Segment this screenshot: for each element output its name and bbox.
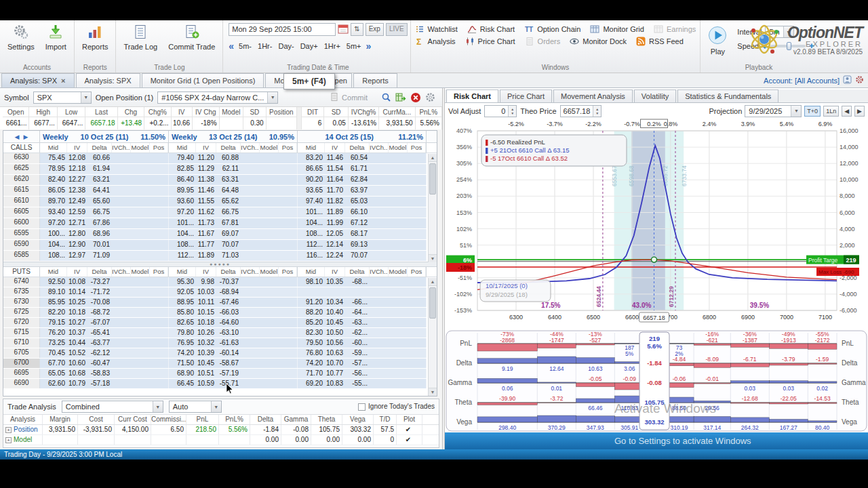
analysis-mode-select[interactable]: Combined▼ (62, 401, 163, 413)
windows-option-chain-button[interactable]: TTOption Chain (524, 24, 580, 34)
svg-text:105.75: 105.75 (644, 399, 665, 406)
risk-tab-statistics-fundamentals[interactable]: Statistics & Fundamentals (677, 89, 778, 102)
windows-earnings-button: Earnings (654, 24, 696, 34)
chain-row-puts-6735[interactable]: 673589.1010.14-71.7292.0510.03-68.94 (3, 287, 437, 298)
theo-price-spinner[interactable]: 6657.18▲▼ (560, 105, 602, 117)
chain-row-puts-6720[interactable]: 672079.1510.27-67.0782.6510.18-64.6085.2… (3, 318, 437, 328)
export-icon[interactable] (395, 92, 406, 102)
chain-nav[interactable]: ◀▶ (3, 131, 40, 142)
chain-row-puts-6695[interactable]: 669565.0510.68-58.8368.9010.51-57.1971.7… (3, 369, 437, 379)
windows-monitor-dock-button[interactable]: Monitor Dock (570, 37, 627, 46)
chain-row-puts-6740[interactable]: 674092.5010.08-73.2795.309.98-70.3798.10… (3, 277, 437, 287)
calendar-icon[interactable] (338, 24, 349, 35)
chain-row-puts-6715[interactable]: 671576.2010.37-65.4179.8010.26-63.1082.3… (3, 328, 437, 338)
chain-row-puts-6700[interactable]: 670067.7010.60-60.4771.5010.45-58.6774.2… (3, 359, 437, 369)
chain-row-calls-6620[interactable]: 662082.4012.2763.2186.4011.3863.3190.201… (3, 175, 437, 186)
tab-analysis-spx-0[interactable]: Analysis: SPX× (1, 73, 75, 87)
reports-button[interactable]: Reports (77, 22, 113, 53)
next-day-button[interactable]: ▶ (854, 106, 865, 117)
windows-price-chart-button[interactable]: Price Chart (465, 37, 515, 46)
logo-subtitle: EXPLORER (806, 40, 863, 48)
risk-tab-risk-chart[interactable]: Risk Chart (446, 89, 498, 102)
expiration-header[interactable]: Weekly13 Oct 25 (14)10.95% (169, 131, 298, 142)
import-button[interactable]: Import (41, 22, 71, 53)
chain-row-puts-6730[interactable]: 673085.9510.25-70.0888.9510.11-67.4691.2… (3, 298, 437, 308)
chain-row-calls-6615[interactable]: 661586.0512.3864.4189.9511.4664.4893.651… (3, 186, 437, 197)
windows-watchlist-button[interactable]: Watchlist (415, 24, 458, 34)
datetime-input[interactable]: Mon 29 Sep 2025 15:00 (229, 23, 336, 36)
expiration-header[interactable]: Weekly10 Oct 25 (11)11.50% (40, 131, 169, 142)
projection-select[interactable]: 9/29/2025▼ (745, 105, 802, 117)
account-settings-icon[interactable] (855, 75, 864, 85)
risk-tab-volatility[interactable]: Volatility (634, 89, 676, 102)
risk-chart[interactable]: 6553.676598.686685.726733.746524.446712.… (445, 119, 868, 330)
ta-row-position[interactable]: +Position3,931.50-3,931.504,150.006.5021… (3, 425, 439, 435)
chain-row-puts-6705[interactable]: 670570.4510.52-62.1274.2010.39-60.1476.8… (3, 348, 437, 359)
rewind-icon[interactable]: « (229, 41, 234, 52)
tab-monitor-grid-1-open-positions--2[interactable]: Monitor Grid (1 Open Positions) (142, 73, 264, 87)
vol-adjust-spinner[interactable]: 0▲▼ (484, 105, 517, 117)
prev-expiry-icon: ◀ (15, 134, 20, 140)
nav-day--button[interactable]: Day+ (299, 42, 319, 50)
chain-row-calls-6610[interactable]: 661089.7012.4965.6093.6011.5565.6297.401… (3, 197, 437, 207)
close-icon[interactable]: × (61, 77, 65, 85)
risk-chart-svg: 6553.676598.686685.726733.746524.446712.… (445, 119, 868, 330)
plot-checkbox[interactable]: ✔ (397, 425, 422, 434)
account-icon[interactable] (843, 75, 852, 85)
fast-forward-icon[interactable]: » (366, 41, 372, 52)
live-button[interactable]: LIVE (386, 23, 408, 36)
windows-risk-chart-button[interactable]: Risk Chart (467, 24, 515, 34)
quote-col-position: Position (267, 107, 297, 129)
play-button[interactable]: Play (703, 24, 732, 58)
lines-button[interactable]: 1Ln (823, 106, 839, 117)
chain-row-calls-6605[interactable]: 660593.4012.5966.7597.2011.6266.75101...… (3, 207, 437, 218)
ignore-todays-trades-checkbox[interactable]: Ignore Today's Trades (358, 403, 435, 411)
svg-text:298.40: 298.40 (498, 424, 516, 431)
search-icon[interactable] (381, 92, 391, 102)
trade-log-button[interactable]: Trade Log (119, 22, 162, 53)
prev-day-button[interactable]: ◀ (842, 106, 852, 117)
chain-row-calls-6585[interactable]: 6585108...12.9771.09112...11.8971.03116.… (3, 251, 437, 262)
svg-text:-102%: -102% (454, 291, 472, 298)
account-selector[interactable]: Account: [All Accounts] (764, 75, 864, 85)
expiration-header[interactable]: 14 Oct 25 (15)11.21% (298, 131, 427, 142)
chain-row-calls-6590[interactable]: 6590104...12.9070.01108...11.7770.07112.… (3, 240, 437, 251)
risk-tab-movement-analysis[interactable]: Movement Analysis (553, 89, 633, 102)
auto-select[interactable]: Auto▼ (169, 401, 222, 413)
position-select[interactable]: #1056 SPX 24-day Narrow C...▼ (157, 92, 278, 104)
chain-row-calls-6625[interactable]: 662578.9512.1861.9482.8511.2962.1186.651… (3, 164, 437, 175)
chain-row-calls-6630[interactable]: 663075.4512.0860.6679.4011.2060.8883.201… (3, 153, 437, 164)
calls-scrollbar[interactable]: ▲▼ (428, 154, 437, 262)
tab-reports-4[interactable]: Reports (353, 73, 397, 87)
windows-analysis-button[interactable]: ΣAnalysis (415, 37, 456, 46)
nav-5m--button[interactable]: 5m- (237, 42, 253, 50)
calls-label: CALLS (3, 143, 40, 152)
chain-row-puts-6725[interactable]: 672582.2010.18-68.7285.8010.15-66.0388.2… (3, 308, 437, 318)
commit-trade-button[interactable]: Commit Trade (163, 22, 220, 53)
chain-settings-gear-icon[interactable] (425, 92, 435, 102)
history-button[interactable]: ⇅ (351, 23, 363, 36)
t0-button[interactable]: T+0 (804, 106, 821, 117)
svg-text:Vega: Vega (842, 418, 857, 426)
chain-row-calls-6600[interactable]: 660097.2012.7167.86101...11.7367.81104..… (3, 218, 437, 229)
chain-splitter[interactable]: ●●●●● (3, 262, 437, 267)
nav-5m--button[interactable]: 5m+ (345, 42, 363, 50)
windows-monitor-grid-button[interactable]: Monitor Grid (590, 24, 644, 34)
ta-row-model[interactable]: +Model0.000.000.000.000✔ (3, 435, 439, 445)
chain-row-calls-6595[interactable]: 6595100...12.8068.96104...11.6769.07108.… (3, 229, 437, 240)
group-label-playback: Playback (703, 63, 814, 73)
symbol-select[interactable]: SPX▼ (33, 92, 92, 104)
nav-day--button[interactable]: Day- (277, 42, 295, 50)
nav-1hr--button[interactable]: 1Hr- (256, 42, 273, 50)
plot-checkbox[interactable]: ✔ (397, 435, 422, 445)
windows-rss-feed-button[interactable]: RSS Feed (636, 37, 684, 46)
exp-button[interactable]: Exp (366, 23, 384, 36)
settings-button[interactable]: Settings (3, 22, 39, 53)
nav-1hr--button[interactable]: 1Hr+ (323, 42, 342, 50)
risk-tab-price-chart[interactable]: Price Chart (500, 89, 552, 102)
close-position-icon[interactable] (410, 92, 421, 103)
chain-row-puts-6690[interactable]: 669062.6010.79-57.1866.4510.59-55.7169.2… (3, 379, 437, 389)
chain-row-puts-6710[interactable]: 671073.2510.44-63.7776.9510.32-61.6379.5… (3, 338, 437, 348)
tab-analysis-spx-1[interactable]: Analysis: SPX (76, 73, 140, 87)
puts-scrollbar[interactable]: ▲▼ (428, 278, 437, 396)
